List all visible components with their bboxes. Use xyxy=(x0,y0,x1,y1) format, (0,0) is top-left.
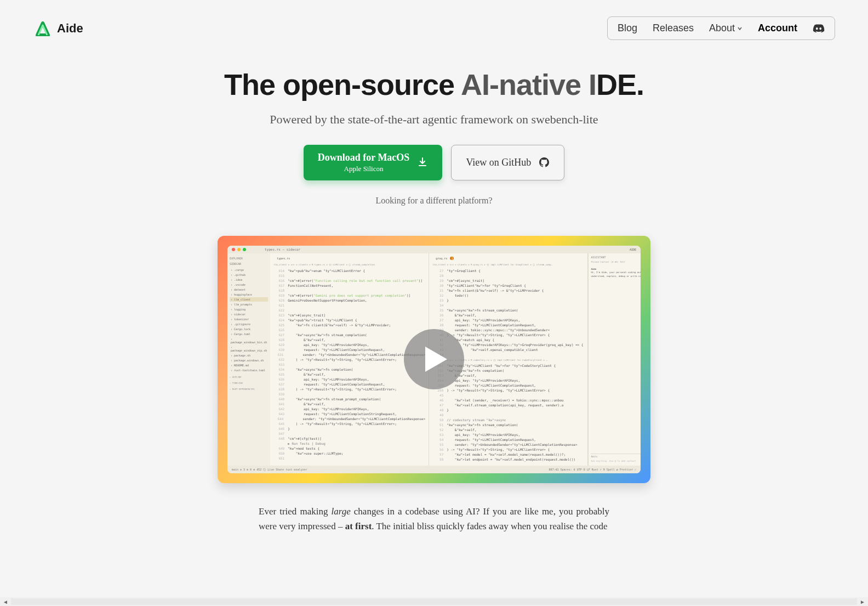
title-post: DE. xyxy=(596,68,644,101)
code-line: 638 ) -> "ty">Result<"ty">String, "ty">L… xyxy=(273,387,425,392)
code-line: 647 xyxy=(273,431,425,436)
code-line: 50// codestory stream "kw">async xyxy=(432,417,584,422)
code-line: 627 "kw">async "kw">fn stream_completion… xyxy=(273,332,425,337)
cta-row: Download for MacOS Apple Silicon View on… xyxy=(0,145,868,180)
github-button[interactable]: View on GitHub xyxy=(451,145,564,180)
sidebar-section: › TIMELINE xyxy=(230,382,268,384)
status-left: main ⊘ 3 ⊕ 0 ⊗ 452 ⓘ Live Share rust-ana… xyxy=(232,468,307,471)
code-line: 635 &"kw">self, xyxy=(273,372,425,377)
code-line: 629 api_key: "ty">LLMProviderAPIKeys, xyxy=(273,342,425,347)
code-line: 52 &"kw">self, xyxy=(432,427,584,432)
nav-account[interactable]: Account xyxy=(758,22,797,34)
code-line: 618 xyxy=(273,288,425,293)
code-line: 633 xyxy=(273,362,425,367)
code-line: 31"kw">fn client(&"kw">self) -> &"ty">LL… xyxy=(432,288,584,293)
code-line: 46 "kw">let (sender, _receiver) = tokio:… xyxy=(432,398,584,403)
play-button[interactable] xyxy=(404,329,464,389)
code-line: 619"cm">#[error("Gemini pro does not sup… xyxy=(273,293,425,298)
scroll-right-icon[interactable]: ► xyxy=(858,599,867,605)
code-line: 617FunctionCallNotPresent, xyxy=(273,283,425,288)
play-icon xyxy=(425,347,447,372)
download-label: Download for MacOS xyxy=(318,152,410,163)
logo[interactable]: Aide xyxy=(33,21,83,36)
code-line: 48} xyxy=(432,407,584,412)
code-line: 648"cm">#[cfg(test)] xyxy=(273,436,425,441)
code-line: 58 "kw">let endpoint = "kw">self.model_e… xyxy=(432,457,584,462)
code-line: 56) -> "ty">Result<"ty">String, "ty">LLM… xyxy=(432,447,584,452)
subtitle: Powered by the state-of-the-art agentic … xyxy=(0,111,868,128)
nav-releases[interactable]: Releases xyxy=(653,22,694,34)
code-line: 651 xyxy=(273,456,425,461)
file-item: › package_windows_zip.sh xyxy=(230,345,268,353)
tab-right: groq.rs 1 xyxy=(432,256,457,261)
horizontal-scrollbar[interactable]: ◄ ► xyxy=(0,597,868,606)
body-copy: Ever tried making large changes in a cod… xyxy=(259,504,609,534)
code-line: 29"cm">#[async_trait] xyxy=(432,278,584,283)
title-pre: The open-source xyxy=(224,68,461,101)
scroll-left-icon[interactable]: ◄ xyxy=(1,599,10,605)
download-button[interactable]: Download for MacOS Apple Silicon xyxy=(304,145,443,180)
assistant-title: ASSISTANT xyxy=(591,256,641,259)
minimize-icon xyxy=(237,248,241,251)
code-line: 632 ) -> "ty">Result<"ty">String, "ty">L… xyxy=(273,357,425,362)
code-line: 614"kw">pub "kw">enum "ty">LLMClientErro… xyxy=(273,268,425,273)
logo-text: Aide xyxy=(57,21,83,36)
window-title: types.rs — sidecar xyxy=(265,247,300,251)
file-item: › Cargo.toml xyxy=(230,332,268,336)
logo-icon xyxy=(33,21,53,36)
demo-video: types.rs — sidecar AIDE EXPLORER SIDECAR… xyxy=(218,236,650,483)
file-item: › package.windows.sh xyxy=(230,358,268,363)
tab-left: types.rs xyxy=(273,256,293,261)
hero: The open-source AI-native IDE. Powered b… xyxy=(0,56,868,222)
close-icon xyxy=(232,248,235,251)
code-line: 650 "kw">use super::LLMType; xyxy=(273,451,425,456)
tab-badge: 1 xyxy=(450,257,454,260)
file-item: › .vscode xyxy=(230,282,268,287)
code-line: 255 request: "ty">LLMClientCompletionReq… xyxy=(432,383,584,388)
assistant-greeting: Aide Hi, I'm Aide, your personal coding … xyxy=(591,268,641,278)
code-line: 33} xyxy=(432,298,584,303)
code-line: 645 ) -> "ty">Result<"ty">String, "ty">L… xyxy=(273,421,425,426)
assistant-pinned: Pinned Context (0.8K) Edit 0 items xyxy=(591,260,641,263)
code-line: 39 sender: tokio::sync::mpsc::"ty">Unbou… xyxy=(432,327,584,332)
explorer-title: EXPLORER xyxy=(230,257,268,260)
code-line: 55 sender: "ty">UnboundedSender<"ty">LLM… xyxy=(432,442,584,447)
code-line: 35"kw">async "kw">fn stream_completion( xyxy=(432,308,584,313)
code-line: 51"kw">async "kw">fn stream_completion( xyxy=(432,422,584,427)
file-item: › package_windows_bin.sh xyxy=(230,337,268,344)
code-line: 626 xyxy=(273,327,425,332)
tab-right-label: groq.rs xyxy=(436,257,447,260)
file-item: › huggingface xyxy=(230,292,268,297)
code-line: 646} xyxy=(273,426,425,431)
breadcrumb-right: llm_client > src > clients > R groq.rs >… xyxy=(432,263,584,266)
maximize-icon xyxy=(243,248,246,251)
file-explorer: EXPLORER SIDECAR › .cargo› .github› .ide… xyxy=(227,253,270,466)
alt-platform-link[interactable]: Looking for a different platform? xyxy=(0,196,868,206)
github-label: View on GitHub xyxy=(466,157,531,168)
edits-label: Edits xyxy=(591,455,597,458)
code-line: 38 request: "ty">LLMClientCompletionRequ… xyxy=(432,322,584,327)
file-item: › .cargo xyxy=(230,268,268,272)
file-item: › logging xyxy=(230,307,268,312)
code-line: 640 "kw">async "kw">fn stream_prompt_com… xyxy=(273,397,425,401)
code-line: 45 xyxy=(432,393,584,398)
download-icon xyxy=(417,157,428,168)
code-line: 40) -> "ty">Result<"ty">String, "ty">LLM… xyxy=(432,332,584,337)
file-item: › dataset xyxy=(230,287,268,292)
code-line: 37 api_key: "ty">LLMProviderAPIKeys, xyxy=(432,318,584,322)
code-line: 624"kw">pub "kw">trait "ty">LLMClient { xyxy=(273,318,425,322)
code-line: 637 request: "ty">LLMClientCompletionReq… xyxy=(273,382,425,387)
nav-about[interactable]: About xyxy=(709,22,743,34)
code-line: 623"cm">#[async_trait] xyxy=(273,313,425,318)
code-line: 615 xyxy=(273,273,425,278)
discord-icon[interactable] xyxy=(813,24,825,33)
code-line: 634 "kw">async "kw">fn completion( xyxy=(273,367,425,372)
code-line: 643 request: "ty">LLMClientCompletionStr… xyxy=(273,411,425,416)
code-line: 625 "kw">fn client(&"kw">self) -> &"ty">… xyxy=(273,322,425,327)
main-nav: Blog Releases About Account xyxy=(607,16,835,40)
scroll-track[interactable] xyxy=(11,598,857,605)
nav-blog[interactable]: Blog xyxy=(618,22,637,34)
code-line: 641 &"kw">self, xyxy=(273,401,425,406)
code-line: 49 xyxy=(432,412,584,417)
status-right: 887:41 Spaces: 4 UTF-8 LF Rust ⚡ 9 Spell… xyxy=(549,468,636,471)
